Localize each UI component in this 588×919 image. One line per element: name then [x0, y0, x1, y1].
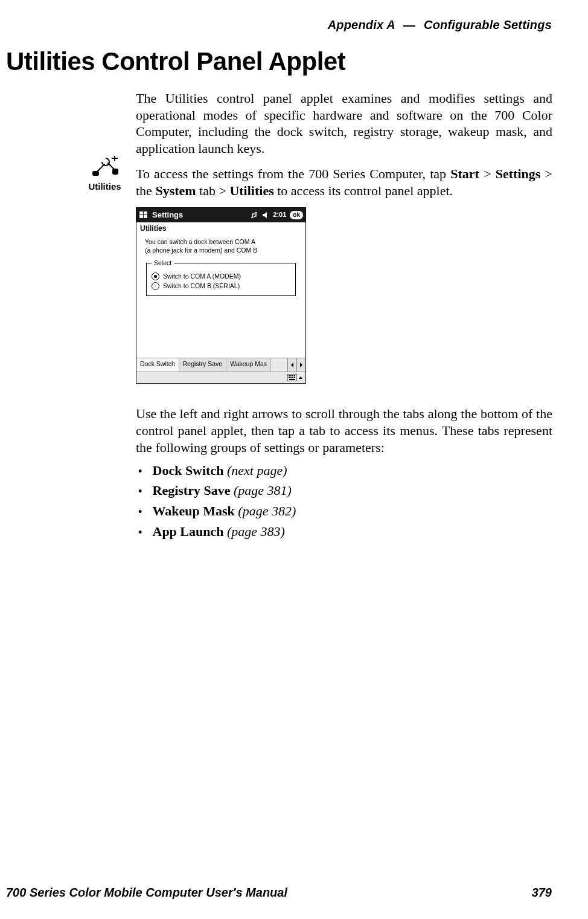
svg-rect-11: [289, 377, 290, 378]
connectivity-icon: [250, 211, 258, 219]
radio-com-a[interactable]: Switch to COM A (MODEM): [152, 272, 290, 280]
after-paragraph: Use the left and right arrows to scroll …: [136, 405, 552, 456]
access-system: System: [155, 183, 196, 198]
chevron-left-icon: [290, 362, 295, 368]
screenshot-desc: You can switch a dock between COM A (a p…: [145, 238, 297, 254]
svg-rect-1: [113, 169, 118, 174]
svg-rect-7: [289, 375, 290, 376]
page-title: Utilities Control Panel Applet: [6, 47, 345, 76]
header-section: Configurable Settings: [424, 18, 552, 31]
radio-dot-icon: [152, 282, 159, 290]
svg-rect-5: [144, 215, 147, 218]
after-screenshot: Use the left and right arrows to scroll …: [136, 405, 552, 540]
access-paragraph: To access the settings from the 700 Seri…: [136, 166, 552, 199]
svg-rect-4: [139, 215, 143, 218]
radio-a-label: Switch to COM A (MODEM): [163, 272, 241, 280]
tab-scroll: [287, 358, 305, 372]
speaker-icon: [262, 211, 269, 219]
group-ref: (page 383): [227, 524, 285, 539]
radio-com-b[interactable]: Switch to COM B (SERIAL): [152, 282, 290, 290]
svg-rect-2: [139, 211, 143, 214]
radio-b-label: Switch to COM B (SERIAL): [163, 282, 240, 290]
access-settings: Settings: [496, 166, 541, 181]
svg-rect-15: [289, 379, 295, 380]
desc-line1: You can switch a dock between COM A: [145, 238, 255, 245]
header-appendix: Appendix A: [328, 18, 395, 31]
screenshot-subhead: Utilities: [136, 222, 305, 234]
screenshot-time: 2:01: [273, 211, 286, 219]
chevron-up-icon[interactable]: [298, 374, 303, 381]
tools-icon: [91, 155, 119, 179]
svg-rect-3: [144, 211, 147, 214]
tab-dock-switch[interactable]: Dock Switch: [136, 358, 179, 372]
group-name: Wakeup Mask: [153, 503, 235, 518]
access-suffix: to access its control panel applet.: [274, 183, 453, 198]
screenshot-titlebar: Settings 2:01 ok: [136, 208, 305, 222]
svg-rect-9: [292, 375, 293, 376]
svg-rect-10: [294, 375, 295, 376]
access-utilities: Utilities: [229, 183, 273, 198]
svg-rect-13: [292, 377, 293, 378]
select-group: Select Switch to COM A (MODEM) Switch to…: [146, 259, 296, 297]
ok-button[interactable]: ok: [290, 211, 303, 219]
body-column: The Utilities control panel applet exami…: [136, 90, 552, 543]
sip-bar: [136, 372, 305, 383]
svg-rect-0: [93, 172, 98, 175]
group-name: Dock Switch: [153, 463, 224, 478]
group-ref: (next page): [227, 463, 287, 478]
utilities-icon-block: Utilities: [82, 155, 127, 192]
desc-line2: (a phone jack for a modem) and COM B: [145, 247, 257, 254]
footer-manual: 700 Series Color Mobile Computer User's …: [6, 886, 287, 900]
svg-rect-12: [290, 377, 292, 378]
running-header: Appendix A — Configurable Settings: [328, 18, 552, 32]
chevron-right-icon: [299, 362, 304, 368]
device-screenshot: Settings 2:01 ok Utilities You can switc…: [136, 207, 306, 384]
list-item: Registry Save (page 381): [149, 482, 552, 499]
header-separator: —: [398, 18, 420, 31]
select-legend: Select: [152, 259, 174, 267]
tab-wakeup-mask[interactable]: Wakeup Mas: [226, 358, 271, 372]
group-ref: (page 382): [238, 503, 296, 518]
list-item: Wakeup Mask (page 382): [149, 503, 552, 520]
page-footer: 700 Series Color Mobile Computer User's …: [6, 886, 552, 900]
access-tab-gt: tab >: [196, 183, 230, 198]
screenshot-title: Settings: [152, 210, 183, 220]
tab-scroll-left[interactable]: [287, 358, 296, 372]
svg-rect-14: [294, 377, 295, 378]
screenshot-client: You can switch a dock between COM A (a p…: [136, 234, 305, 358]
access-prefix: To access the settings from the 700 Seri…: [136, 166, 450, 181]
list-item: Dock Switch (next page): [149, 462, 552, 479]
tab-scroll-right[interactable]: [296, 358, 305, 372]
settings-groups-list: Dock Switch (next page) Registry Save (p…: [136, 462, 552, 540]
intro-paragraph: The Utilities control panel applet exami…: [136, 90, 552, 157]
screenshot-tabs: Dock Switch Registry Save Wakeup Mas: [136, 358, 305, 372]
start-flag-icon: [139, 210, 149, 220]
access-start: Start: [450, 166, 479, 181]
utilities-icon-label: Utilities: [82, 181, 127, 192]
tab-registry-save[interactable]: Registry Save: [179, 358, 226, 372]
group-name: Registry Save: [153, 483, 231, 498]
page: Appendix A — Configurable Settings Utili…: [0, 0, 588, 919]
svg-rect-8: [290, 375, 292, 376]
group-name: App Launch: [153, 524, 224, 539]
footer-page-number: 379: [532, 886, 552, 900]
group-ref: (page 381): [234, 483, 292, 498]
radio-dot-icon: [152, 272, 159, 280]
access-gt1: >: [479, 166, 496, 181]
keyboard-icon[interactable]: [287, 374, 297, 381]
list-item: App Launch (page 383): [149, 523, 552, 540]
